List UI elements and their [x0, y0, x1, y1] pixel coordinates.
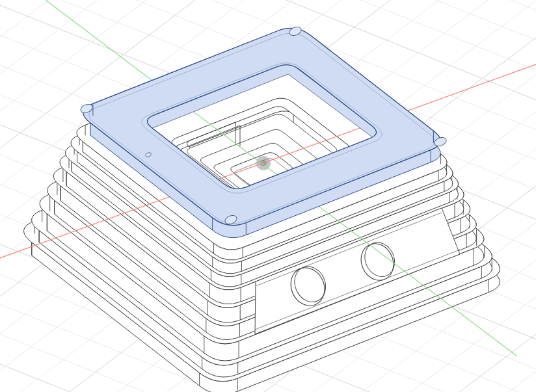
cad-viewport[interactable] — [0, 0, 536, 392]
cad-scene[interactable] — [0, 0, 536, 392]
